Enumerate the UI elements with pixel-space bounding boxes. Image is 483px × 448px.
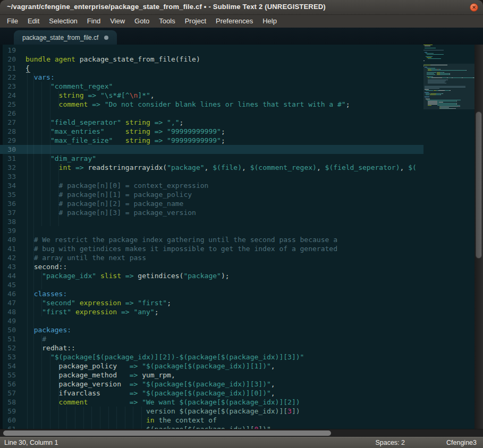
code-line[interactable]: 28"max_entries" string => "99999999999"; [0,127,423,136]
line-number: 47 [0,298,16,307]
vertical-scrollbar-thumb[interactable] [476,111,482,259]
code-line[interactable]: 25comment => "Do not consider blank line… [0,100,423,109]
code-line[interactable]: 34# package[n][0] = context_expression [0,181,423,190]
code-line[interactable]: 50packages: [0,325,423,334]
code-line[interactable]: 27"field_seperator" string => ","; [0,118,423,127]
line-number: 34 [0,181,16,190]
code-token: ]*" [138,91,150,99]
code-line[interactable]: 26 [0,109,423,118]
code-token: # We restrict the package index gatherin… [34,236,337,244]
line-number: 30 [0,145,16,154]
code-line[interactable]: 29"max_file_size" string => "99999999999… [0,136,423,145]
code-line[interactable]: 21{ [0,64,423,73]
code-token: "second" [42,299,75,307]
code-line[interactable]: 49 [0,316,423,325]
indent-guide [26,127,50,136]
code-line[interactable]: 33 [0,172,423,181]
code-line[interactable]: 40# We restrict the package index gather… [0,235,423,244]
code-line[interactable]: 51# [0,334,423,343]
code-line[interactable]: 38 [0,217,423,226]
code-line[interactable]: 58comment => "We want $(package[$(packag… [0,398,423,407]
indent-guide [26,398,59,407]
line-number: 46 [0,289,16,298]
code-line[interactable]: 54package_policy => "$(package[$(package… [0,361,423,371]
code-token: 3 [287,407,292,415]
code-line[interactable]: 20bundle agent package_state_from_file(f… [0,55,423,64]
title-bar[interactable]: ~/vagrant/cfengine_enterprise/package_st… [0,0,483,15]
code-line[interactable]: 24string => "\s*#[^\n]*", [0,91,423,100]
horizontal-scrollbar-thumb[interactable] [3,430,331,436]
code-line[interactable]: 41# bug with getindices makes it impossi… [0,244,423,253]
vertical-scrollbar[interactable] [474,45,483,429]
tab-label: package_state_from_file.cf [22,34,98,41]
code-line[interactable]: 52redhat:: [0,343,423,352]
editor[interactable]: 1920bundle agent package_state_from_file… [0,45,483,429]
line-number: 40 [0,235,16,244]
menu-item-selection[interactable]: Selection [44,15,82,28]
line-number: 38 [0,217,16,226]
code-line[interactable]: 45 [0,280,423,289]
menu-item-view[interactable]: View [105,15,130,28]
indent-guide [26,389,59,398]
code-line[interactable]: 57ifvarclass => "$(package[$(package_idx… [0,389,423,398]
code-line[interactable]: 23"comment_regex" [0,82,423,91]
menu-item-project[interactable]: Project [180,15,211,28]
code-token: ])" [258,425,270,429]
code-token: string [59,91,84,99]
code-line[interactable]: 37# package[n][3] = package_version [0,208,423,217]
menu-item-preferences[interactable]: Preferences [211,15,258,28]
code-line[interactable]: 61$(package[$(package_idx)][0])" [0,425,423,429]
menu-item-goto[interactable]: Goto [130,15,154,28]
code-area[interactable]: 1920bundle agent package_state_from_file… [0,46,423,429]
line-number: 51 [0,334,16,343]
horizontal-scrollbar[interactable] [0,429,483,437]
code-line[interactable]: 36# package[n][2] = package_name [0,199,423,208]
menu-item-help[interactable]: Help [258,15,282,28]
code-token: # bug with getindices makes it impossibl… [34,245,337,253]
line-number: 19 [0,46,16,55]
code-token: => "," [150,118,180,126]
code-line[interactable]: 32int => readstringarrayidx("package", $… [0,163,423,172]
code-line[interactable]: 35# package[n][1] = package_policy [0,190,423,199]
menu-item-tools[interactable]: Tools [154,15,180,28]
code-line[interactable]: 53"$(package[$(package_idx)][2])-$(packa… [0,352,423,361]
code-line[interactable]: 19 [0,46,423,55]
code-line[interactable]: 43second:: [0,262,423,271]
code-line[interactable]: 22vars: [0,73,423,82]
tab-active[interactable]: package_state_from_file.cf [14,30,117,45]
line-number: 25 [0,100,16,109]
line-number: 26 [0,109,16,118]
code-token: "$(package[$(package_idx)][2])-$(package… [50,353,304,361]
spaces-indicator[interactable]: Spaces: 2 [375,439,405,446]
line-number: 43 [0,262,16,271]
indent-guide [26,271,42,280]
line-number: 27 [0,118,16,127]
code-line[interactable]: 42# array until the next pass [0,253,423,262]
syntax-indicator[interactable]: Cfengine3 [446,439,477,446]
code-token: "package" [167,163,204,171]
minimap-viewport[interactable] [423,64,474,109]
code-token: ; [167,299,171,307]
menu-item-find[interactable]: Find [82,15,105,28]
close-button[interactable]: ✕ [470,3,478,12]
menu-item-file[interactable]: File [2,15,23,28]
minimap[interactable] [423,45,474,429]
line-number: 37 [0,208,16,217]
code-line[interactable]: 55package_method => yum_rpm, [0,371,423,380]
code-token: yum_rpm, [142,371,175,379]
code-line[interactable]: 31"dim_array" [0,154,423,163]
code-line[interactable]: 30 [0,145,423,154]
code-line[interactable]: 60in the context of [0,416,423,425]
code-token: "dim_array" [50,154,96,162]
code-line[interactable]: 39 [0,226,423,235]
code-line[interactable]: 47"second" expression => "first"; [0,298,423,307]
line-number: 52 [0,343,16,352]
code-line[interactable]: 56package_version => "$(package[$(packag… [0,380,423,389]
code-token: => "first" [121,299,167,307]
status-bar: Line 30, Column 1 Spaces: 2 Cfengine3 [0,437,483,448]
code-line[interactable]: 59version $(package[$(package_idx)][3]) [0,407,423,416]
code-line[interactable]: 44"package_idx" slist => getindices("pac… [0,271,423,280]
code-line[interactable]: 46classes: [0,289,423,298]
code-line[interactable]: 48"first" expression => "any"; [0,307,423,316]
menu-item-edit[interactable]: Edit [23,15,44,28]
